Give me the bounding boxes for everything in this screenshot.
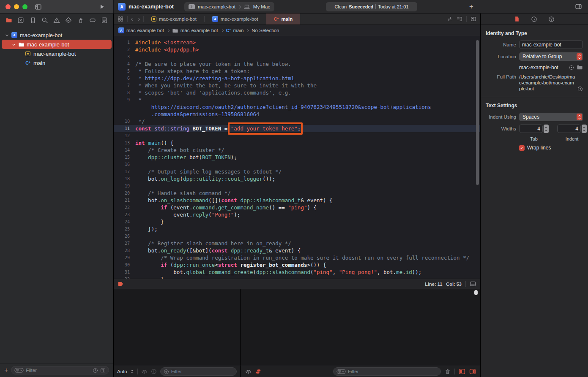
code-line-23[interactable]: 23 event.reply("Pong!"); [114,211,480,218]
code-line-31[interactable]: 31 bot.global_command_create(dpp::slashc… [114,269,480,276]
breakpoints-navigator-icon[interactable] [89,17,96,24]
code-line-8[interactable]: 8 * scopes 'bot' and 'applications.comma… [114,89,480,96]
toggle-inspector-icon[interactable] [575,3,582,10]
source-control-navigator-icon[interactable] [17,17,24,24]
code-line-12[interactable]: 12 [114,132,480,139]
code-line-18[interactable]: 18 bot.on_log(dpp::utility::cout_logger(… [114,175,480,182]
open-in-finder-icon[interactable] [577,86,583,92]
location-popup[interactable]: Relative to Group [519,52,583,61]
clear-location-icon[interactable] [569,65,574,70]
quicklook-icon[interactable] [245,369,252,375]
variables-scope-popup[interactable]: Auto [117,369,127,374]
choose-folder-icon[interactable] [577,64,583,71]
code-line-26[interactable]: 26 [114,233,480,240]
recent-files-filter-icon[interactable] [93,368,98,373]
scheme-target[interactable]: mac-example-bot [198,4,235,9]
bookmarks-navigator-icon[interactable] [30,17,36,24]
tree-item-mac-example-bot[interactable]: mac-example-bot [2,40,112,49]
zoom-window-button[interactable] [22,4,27,9]
activity-status[interactable]: CleanSucceeded Today at 21:01 [326,2,417,11]
wrap-lines-checkbox[interactable]: Wrap lines [519,145,583,151]
breakpoints-toggle-icon[interactable] [118,282,123,286]
console-view[interactable] [241,289,480,366]
code-line-2[interactable]: 2#include <dpp/dpp.h> [114,46,480,53]
code-line-20[interactable]: 20 /* Handle slash command */ [114,190,480,197]
project-navigator-icon[interactable] [5,17,12,24]
code-line-11[interactable]: 11const std::string BOT_TOKEN = "add you… [114,125,480,132]
back-button[interactable] [131,17,134,20]
indent-width-stepper[interactable]: 4 [557,125,587,133]
show-console-toggle-icon[interactable] [469,369,476,374]
tab-mac-example-bot[interactable]: mac-example-bot [144,14,204,24]
add-file-button[interactable] [4,367,8,373]
code-line-15[interactable]: 15 dpp::cluster bot(BOT_TOKEN); [114,154,480,161]
code-line-5[interactable]: 5 * Follow steps here to get a token: [114,68,480,75]
code-line-17[interactable]: 17 /* Output simple log messages to stdo… [114,168,480,175]
chevron-down-icon[interactable] [10,44,17,45]
debugger-output-icon[interactable] [255,369,261,374]
indent-using-popup[interactable]: Spaces [519,113,583,121]
tab-mac-example-bot[interactable]: mac-example-bot [205,14,266,24]
show-variables-view-toggle-icon[interactable] [459,369,465,374]
minimize-window-button[interactable] [14,4,19,9]
code-line-22[interactable]: 22 if (event.command.get_command_name() … [114,204,480,211]
run-button[interactable] [99,4,105,10]
find-navigator-icon[interactable] [41,17,48,24]
code-line-28[interactable]: 28 bot.on_ready([&bot](const dpp::ready_… [114,247,480,254]
popup-arrows-icon[interactable] [131,369,134,374]
quick-help-inspector-icon[interactable] [548,16,555,22]
jumpbar-item[interactable]: No Selection [252,28,279,33]
navigator-filter-field[interactable]: Filter [11,366,109,374]
code-line-24[interactable]: 24 } [114,218,480,225]
chevron-down-icon[interactable] [3,35,10,36]
code-line-10[interactable]: 10 */ [114,118,480,125]
tree-item-main[interactable]: Cmain [2,58,112,68]
code-line-6[interactable]: 6 * https://dpp.dev/creating-a-bot-appli… [114,75,480,82]
jumpbar-item[interactable]: Cmain [226,28,244,33]
code-line-30[interactable]: 30 if (dpp::run_once<struct register_bot… [114,261,480,269]
code-line-21[interactable]: 21 bot.on_slashcommand([](const dpp::sla… [114,197,480,204]
code-line-19[interactable]: 19 [114,182,480,190]
code-line-13[interactable]: 13int main() { [114,139,480,146]
scheme-selector[interactable]: mac-example-bot My Mac [184,2,274,11]
code-line-4[interactable]: 4/* Be sure to place your token in the l… [114,60,480,68]
code-line-9[interactable]: 9 * [114,96,480,103]
code-line-16[interactable]: 16 [114,161,480,168]
clear-console-icon[interactable] [445,369,451,374]
code-review-icon[interactable] [447,16,453,22]
code-line-3[interactable]: 3 [114,53,480,60]
close-window-button[interactable] [5,4,11,9]
forward-button[interactable] [137,17,140,20]
scheme-destination[interactable]: My Mac [253,4,270,9]
source-control-filter-icon[interactable] [100,368,106,373]
name-field[interactable]: mac-example-bot [519,41,583,49]
jumpbar-item[interactable]: mac-example-bot [172,27,218,34]
code-line-29[interactable]: 29 /* Wrap command registration in run_o… [114,254,480,261]
variables-filter-field[interactable]: Filter [160,367,237,376]
debug-navigator-icon[interactable] [77,17,84,24]
info-icon[interactable] [151,369,157,374]
hide-debug-area-icon[interactable] [470,281,476,287]
tree-item-mac-example-bot[interactable]: mac-example-bot [2,30,112,40]
tests-navigator-icon[interactable] [65,17,72,24]
library-add-button[interactable] [467,3,476,11]
editor-options-icon[interactable] [457,16,462,22]
variables-view[interactable] [114,289,241,366]
code-line-32[interactable]: 32 } [114,276,480,279]
code-line-25[interactable]: 25 }); [114,225,480,233]
history-inspector-icon[interactable] [531,16,537,22]
code-line-wrap[interactable]: https://discord.com/oauth2/authorize?cli… [114,103,480,111]
stepper-arrows-icon[interactable] [582,125,587,133]
code-line-7[interactable]: 7 * When you invite the bot, be sure to … [114,82,480,89]
tab-width-stepper[interactable]: 4 [519,125,549,133]
code-line-14[interactable]: 14 /* Create bot cluster */ [114,146,480,154]
code-line-wrap[interactable]: .commands&permissions=139586816064 [114,111,480,118]
stepper-arrows-icon[interactable] [544,125,549,133]
console-scrollbar[interactable] [474,290,478,295]
reports-navigator-icon[interactable] [101,17,108,24]
filter-menu-icon[interactable] [336,369,346,374]
tab-main[interactable]: Cmain [266,14,301,24]
editor-scrollbar[interactable] [476,40,479,185]
code-line-27[interactable]: 27 /* Register slash command here in on_… [114,240,480,247]
quicklook-icon[interactable] [141,369,148,375]
